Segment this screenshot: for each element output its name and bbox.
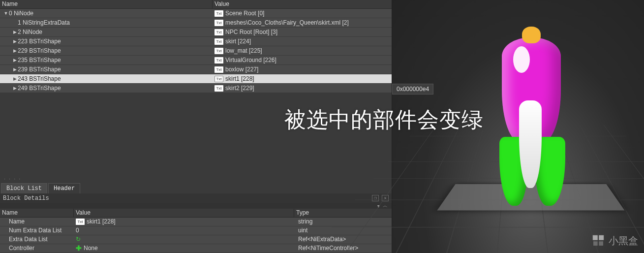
tree-node-name: 2 NiNode <box>18 29 42 35</box>
detail-name: Num Extra Data List <box>0 227 74 234</box>
txt-type-icon: Txt <box>76 219 85 225</box>
tree-node-name: 229 BSTriShape <box>18 47 61 54</box>
tree-row[interactable]: ▶239 BSTriShapeTxtboxlow [227] <box>0 65 392 74</box>
expand-right-icon[interactable]: ▶ <box>12 67 18 72</box>
txt-type-icon: Txt <box>215 66 223 73</box>
tree-header-name[interactable]: Name <box>0 0 213 8</box>
tree-node-name: 239 BSTriShape <box>18 66 61 73</box>
details-header-value[interactable]: Value <box>74 209 294 217</box>
tree-row[interactable]: ▼0 NiNodeTxtScene Root [0] <box>0 9 392 18</box>
detail-value: skirt1 [228] <box>87 218 116 225</box>
expand-right-icon[interactable]: ▶ <box>12 58 18 63</box>
expand-right-icon[interactable]: ▶ <box>12 30 18 34</box>
tree-header-row: Name Value <box>0 0 392 9</box>
refresh-icon[interactable]: ↻ <box>76 236 81 243</box>
tree-node-value: Scene Root [0] <box>225 10 264 17</box>
expand-right-icon[interactable]: ▶ <box>12 48 18 53</box>
tree-node-name: 235 BSTriShape <box>18 57 61 63</box>
tree-row[interactable]: ▶229 BSTriShapeTxtlow_mat [225] <box>0 46 392 56</box>
tree-node-value: low_mat [225] <box>225 47 262 54</box>
tree-node-name: 1 NiStringExtraData <box>18 19 70 26</box>
detail-value: 0 <box>76 227 79 234</box>
tree-node-name: 249 BSTriShape <box>18 85 61 92</box>
tab-block-list[interactable]: Block List <box>1 183 47 193</box>
detail-value: None <box>84 245 98 252</box>
tree-node-name: 0 NiNode <box>9 10 33 17</box>
watermark: 小黑盒 <box>591 233 638 248</box>
ellipsis-indicator: · · · · <box>0 175 392 183</box>
detail-name: Controller <box>0 245 74 252</box>
txt-type-icon: Txt <box>215 57 223 63</box>
expand-right-icon[interactable]: ▶ <box>12 76 18 81</box>
tree-row[interactable]: ▶223 BSTriShapeTxtskirt [224] <box>0 37 392 46</box>
block-details-title: Block Details <box>3 195 49 202</box>
tree-row[interactable]: ▶243 BSTriShapeTxtskirt1 [228] <box>0 74 392 84</box>
model-preview <box>499 25 563 202</box>
3d-viewport[interactable]: 0x000000e4 <box>392 0 644 253</box>
tree-row[interactable]: ▶235 BSTriShapeTxtVirtualGround [226] <box>0 56 392 65</box>
tree-header-value[interactable]: Value <box>213 0 392 8</box>
tree-row[interactable]: ▶2 NiNodeTxtNPC Root [Root] [3] <box>0 28 392 37</box>
tree-node-value: NPC Root [Root] [3] <box>225 29 277 35</box>
txt-type-icon: Txt <box>215 10 223 17</box>
txt-type-icon: Txt <box>215 20 223 26</box>
watermark-logo-icon <box>591 233 606 248</box>
txt-type-icon: Txt <box>215 76 223 82</box>
tree-node-value: VirtualGround [226] <box>225 57 276 63</box>
tab-header[interactable]: Header <box>48 183 80 193</box>
tree-row[interactable]: ▶249 BSTriShapeTxtskirt2 [229] <box>0 84 392 93</box>
details-header-row: Name Value Type <box>0 209 392 218</box>
expand-right-icon[interactable]: ▶ <box>12 39 18 44</box>
tree-node-value: skirt1 [228] <box>225 75 254 82</box>
details-header-name[interactable]: Name <box>0 209 74 217</box>
tree-row[interactable]: 1 NiStringExtraDataTxtmeshes\Coco_Cloths… <box>0 18 392 28</box>
tree-node-name: 223 BSTriShape <box>18 38 61 45</box>
watermark-text: 小黑盒 <box>609 234 638 248</box>
txt-type-icon: Txt <box>215 85 223 92</box>
expand-down-icon[interactable]: ▼ <box>3 11 9 16</box>
tree-node-value: skirt [224] <box>225 38 251 45</box>
expand-right-icon[interactable]: ▶ <box>12 86 18 91</box>
plus-icon[interactable]: ✚ <box>76 244 82 252</box>
txt-type-icon: Txt <box>215 48 223 54</box>
tree-node-name: 243 BSTriShape <box>18 75 61 82</box>
txt-type-icon: Txt <box>215 38 223 45</box>
tree-node-value: boxlow [227] <box>225 66 258 73</box>
detail-name: Name <box>0 218 74 225</box>
tree-node-value: skirt2 [229] <box>225 85 254 92</box>
view-tabs: Block List Header <box>0 183 392 193</box>
hover-tooltip: 0x000000e4 <box>392 84 433 95</box>
detail-name: Extra Data List <box>0 236 74 243</box>
txt-type-icon: Txt <box>215 29 223 35</box>
tree-node-value: meshes\Coco_Cloths\Fairy_Queen\skirt.xml… <box>225 19 349 26</box>
